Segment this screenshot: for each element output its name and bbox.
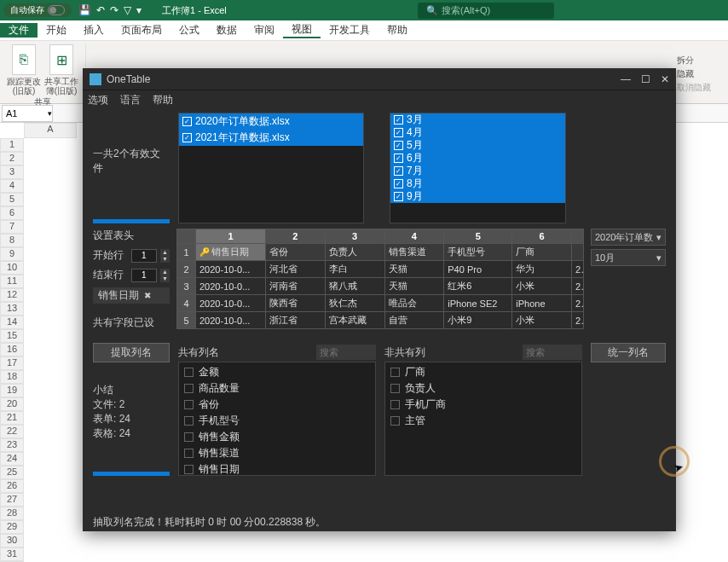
menu-insert[interactable]: 插入 bbox=[75, 23, 113, 38]
autosave-toggle[interactable]: 自动保存 bbox=[3, 3, 72, 17]
unify-columns-button[interactable]: 统一列名 bbox=[591, 343, 666, 362]
row-19[interactable]: 19 bbox=[0, 384, 24, 397]
files-list[interactable]: ✓2020年订单数据.xlsx ✓2021年订单数据.xlsx bbox=[178, 113, 364, 223]
split-button[interactable]: 拆分 bbox=[677, 55, 711, 67]
start-row-input[interactable] bbox=[131, 249, 157, 263]
row-13[interactable]: 13 bbox=[0, 302, 24, 316]
row-14[interactable]: 14 bbox=[0, 316, 24, 329]
checkbox-icon[interactable]: ✓ bbox=[394, 115, 403, 125]
checkbox-icon[interactable] bbox=[184, 416, 194, 426]
spin-up[interactable]: ▲ bbox=[160, 249, 170, 256]
menu-formula[interactable]: 公式 bbox=[170, 23, 208, 38]
row-23[interactable]: 23 bbox=[0, 438, 24, 452]
checkbox-icon[interactable] bbox=[184, 400, 194, 409]
onetable-titlebar[interactable]: OneTable — ☐ ✕ bbox=[83, 68, 676, 90]
checkbox-icon[interactable]: ✓ bbox=[182, 133, 192, 142]
checkbox-icon[interactable]: ✓ bbox=[394, 166, 403, 176]
extract-columns-button[interactable]: 提取列名 bbox=[93, 343, 170, 362]
row-9[interactable]: 9 bbox=[0, 247, 24, 261]
menu-dev[interactable]: 开发工具 bbox=[321, 23, 378, 38]
spin-down[interactable]: ▼ bbox=[160, 275, 170, 282]
undo-icon[interactable]: ↶ bbox=[96, 4, 105, 16]
row-24[interactable]: 24 bbox=[0, 452, 24, 466]
checkbox-icon[interactable]: ✓ bbox=[394, 141, 403, 150]
row-5[interactable]: 5 bbox=[0, 193, 24, 206]
row-15[interactable]: 15 bbox=[0, 329, 24, 343]
row-2[interactable]: 2 bbox=[0, 152, 24, 165]
track-changes-button[interactable]: ⎘ 跟踪更改(旧版) bbox=[7, 44, 41, 96]
row-12[interactable]: 12 bbox=[0, 288, 24, 302]
checkbox-icon[interactable] bbox=[390, 368, 400, 377]
row-10[interactable]: 10 bbox=[0, 261, 24, 275]
hide-button[interactable]: 隐藏 bbox=[677, 68, 711, 80]
close-button[interactable]: ✕ bbox=[661, 73, 669, 85]
shared-cols-list[interactable]: 金额 商品数量 省份 手机型号 销售金额 销售渠道 销售日期 bbox=[178, 362, 376, 476]
checkbox-icon[interactable]: ✓ bbox=[182, 117, 192, 126]
row-28[interactable]: 28 bbox=[0, 507, 24, 520]
row-3[interactable]: 3 bbox=[0, 165, 24, 179]
menu-data[interactable]: 数据 bbox=[208, 23, 246, 38]
row-17[interactable]: 17 bbox=[0, 356, 24, 370]
row-8[interactable]: 8 bbox=[0, 234, 24, 247]
name-box[interactable]: A1▾ bbox=[2, 105, 53, 122]
menu-view[interactable]: 视图 bbox=[283, 22, 321, 38]
row-25[interactable]: 25 bbox=[0, 466, 24, 479]
row-31[interactable]: 31 bbox=[0, 548, 24, 561]
menu-options[interactable]: 选项 bbox=[88, 93, 108, 107]
menu-layout[interactable]: 页面布局 bbox=[113, 23, 170, 38]
spin-up[interactable]: ▲ bbox=[160, 269, 170, 275]
row-21[interactable]: 21 bbox=[0, 411, 24, 425]
unhide-button[interactable]: 取消隐藏 bbox=[677, 82, 711, 94]
checkbox-icon[interactable] bbox=[390, 400, 400, 409]
checkbox-icon[interactable] bbox=[390, 416, 400, 426]
col-A[interactable]: A bbox=[24, 123, 77, 138]
year-combo[interactable]: 2020年订单数▾ bbox=[591, 229, 666, 246]
redo-icon[interactable]: ↷ bbox=[110, 4, 118, 16]
preview-grid[interactable]: 1 2 3 4 5 6 1 🔑销售日期 省份 负责人 销售渠道 bbox=[176, 229, 584, 329]
menu-help[interactable]: 帮助 bbox=[153, 93, 173, 107]
row-30[interactable]: 30 bbox=[0, 534, 24, 548]
spin-down[interactable]: ▼ bbox=[160, 256, 170, 263]
menu-help[interactable]: 帮助 bbox=[378, 23, 416, 38]
close-icon[interactable]: ✖ bbox=[144, 291, 151, 300]
row-11[interactable]: 11 bbox=[0, 275, 24, 288]
nonshared-search-input[interactable] bbox=[523, 345, 582, 360]
menu-lang[interactable]: 语言 bbox=[120, 93, 141, 107]
row-1[interactable]: 1 bbox=[0, 138, 24, 152]
row-18[interactable]: 18 bbox=[0, 370, 24, 384]
row-20[interactable]: 20 bbox=[0, 397, 24, 411]
checkbox-icon[interactable]: ✓ bbox=[394, 128, 403, 137]
more-icon[interactable]: ▾ bbox=[136, 4, 142, 16]
filter-icon[interactable]: ▽ bbox=[124, 4, 131, 16]
row-16[interactable]: 16 bbox=[0, 343, 24, 356]
checkbox-icon[interactable] bbox=[184, 432, 194, 442]
checkbox-icon[interactable] bbox=[184, 368, 194, 377]
save-icon[interactable]: 💾 bbox=[78, 4, 91, 16]
row-22[interactable]: 22 bbox=[0, 425, 24, 438]
date-tag[interactable]: 销售日期 ✖ bbox=[93, 287, 170, 304]
checkbox-icon[interactable]: ✓ bbox=[394, 154, 403, 163]
checkbox-icon[interactable] bbox=[184, 465, 194, 474]
checkbox-icon[interactable]: ✓ bbox=[394, 179, 403, 188]
menu-file[interactable]: 文件 bbox=[0, 23, 38, 38]
menu-review[interactable]: 审阅 bbox=[246, 23, 283, 38]
minimize-button[interactable]: — bbox=[621, 73, 631, 85]
checkbox-icon[interactable]: ✓ bbox=[394, 192, 403, 201]
months-list[interactable]: ✓3月 ✓4月 ✓5月 ✓6月 ✓7月 ✓8月 ✓9月 bbox=[390, 113, 566, 223]
share-workbook-button[interactable]: ⊞ 共享工作簿(旧版) bbox=[44, 44, 78, 96]
nonshared-cols-list[interactable]: 厂商 负责人 手机厂商 主管 bbox=[384, 362, 582, 476]
row-27[interactable]: 27 bbox=[0, 493, 24, 507]
checkbox-icon[interactable] bbox=[184, 384, 194, 393]
search-box[interactable]: 🔍 搜索(Alt+Q) bbox=[418, 3, 554, 19]
row-29[interactable]: 29 bbox=[0, 520, 24, 534]
checkbox-icon[interactable] bbox=[390, 384, 400, 393]
month-combo[interactable]: 10月▾ bbox=[591, 249, 666, 266]
end-row-input[interactable] bbox=[131, 269, 157, 282]
row-7[interactable]: 7 bbox=[0, 220, 24, 234]
row-6[interactable]: 6 bbox=[0, 206, 24, 220]
shared-search-input[interactable] bbox=[316, 345, 376, 360]
checkbox-icon[interactable] bbox=[184, 449, 194, 458]
maximize-button[interactable]: ☐ bbox=[641, 73, 650, 85]
row-26[interactable]: 26 bbox=[0, 479, 24, 493]
row-4[interactable]: 4 bbox=[0, 179, 24, 193]
